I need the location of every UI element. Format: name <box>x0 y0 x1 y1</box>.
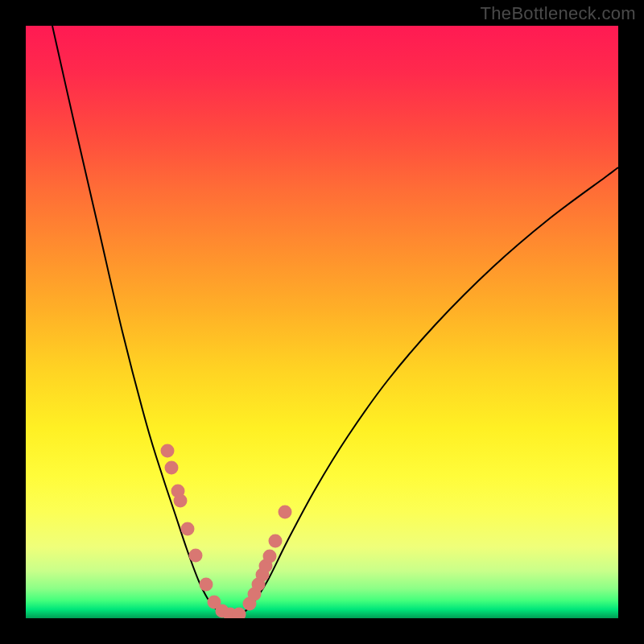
bead-marker <box>200 578 213 592</box>
curves-layer <box>26 26 618 618</box>
bead-marker <box>174 494 188 508</box>
bead-marker <box>263 550 277 564</box>
bead-marker <box>181 522 195 536</box>
bead-marker <box>165 461 179 475</box>
left-curve <box>52 26 227 616</box>
bead-marker <box>269 535 283 548</box>
bead-marker <box>279 506 292 519</box>
watermark-text: TheBottleneck.com <box>481 3 636 24</box>
bead-marker <box>189 549 203 563</box>
right-curve <box>239 167 618 616</box>
plot-area <box>26 26 618 618</box>
bead-marker <box>161 444 175 458</box>
chart-frame: TheBottleneck.com <box>0 0 644 644</box>
